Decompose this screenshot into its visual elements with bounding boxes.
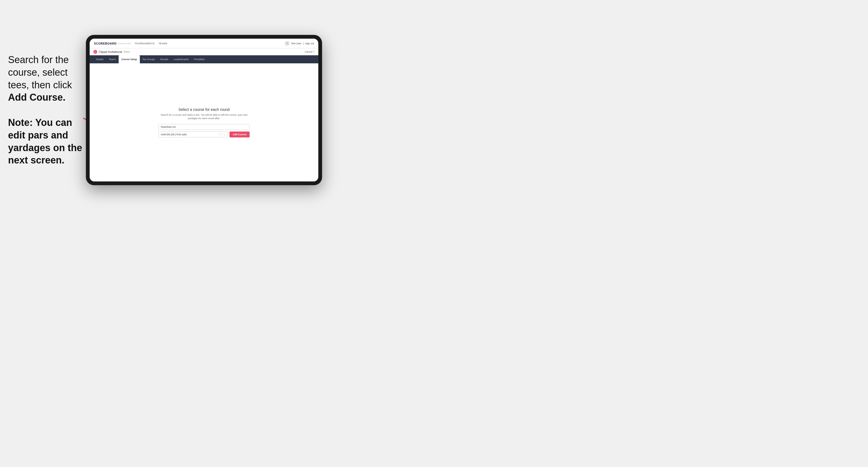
annotation-line1: Search for the — [8, 54, 69, 65]
tab-tee-groups[interactable]: Tee Groups — [140, 55, 158, 63]
tournament-name: Clippd Invitational — [99, 50, 122, 54]
annotation-note3: yardages on the — [8, 142, 82, 153]
nav-left: SCOREBOARD Powered by clippd TOURNAMENTS… — [94, 42, 167, 45]
tab-course-setup[interactable]: Course Setup — [119, 55, 140, 63]
cancel-label: Cancel — [305, 51, 312, 53]
tablet-frame: SCOREBOARD Powered by clippd TOURNAMENTS… — [86, 35, 322, 185]
tournament-logo: C — [93, 50, 97, 54]
tournament-sub: (Men) — [124, 51, 130, 53]
tee-select-value: Gold (M) (M) (7010 yds) — [161, 133, 187, 136]
annotation-line4: Add Course. — [8, 92, 65, 103]
tee-select-dropdown[interactable]: Gold (M) (M) (7010 yds) × ⌃⌄ — [158, 131, 228, 137]
tournament-title-area: C Clippd Invitational (Men) — [93, 50, 130, 54]
sign-out-link[interactable]: Sign out — [305, 42, 314, 45]
user-icon: T — [285, 41, 289, 46]
course-select-desc: Search for a course and select a tee. Yo… — [158, 113, 250, 120]
annotation-line2: course, select — [8, 67, 68, 78]
tee-select-row: Gold (M) (M) (7010 yds) × ⌃⌄ Add Course — [158, 131, 250, 137]
tablet-screen: SCOREBOARD Powered by clippd TOURNAMENTS… — [90, 39, 318, 181]
top-nav: SCOREBOARD Powered by clippd TOURNAMENTS… — [90, 39, 318, 48]
tab-teams[interactable]: Teams — [106, 55, 119, 63]
tee-arrows-icon: ⌃⌄ — [221, 133, 225, 136]
course-select-title: Select a course for each round — [158, 107, 250, 112]
nav-right: T Test User | Sign out — [285, 41, 314, 46]
main-content: Select a course for each round Search fo… — [90, 63, 318, 181]
logo-text: SCOREBOARD — [94, 42, 117, 45]
nav-links: TOURNAMENTS TEAMS — [134, 42, 167, 45]
user-icon-letter: T — [286, 42, 288, 44]
tournament-header: C Clippd Invitational (Men) Cancel × — [90, 48, 318, 55]
annotation-text: Search for the course, select tees, then… — [8, 54, 86, 167]
tee-select-controls: × ⌃⌄ — [219, 133, 225, 136]
separator: | — [303, 42, 304, 45]
tab-leaderboards[interactable]: Leaderboards — [171, 55, 191, 63]
cancel-icon: × — [313, 51, 315, 53]
user-label: Test User — [291, 42, 302, 45]
course-search-input[interactable] — [158, 124, 250, 130]
tab-bar: Details Teams Course Setup Tee Groups Re… — [90, 55, 318, 63]
annotation-note2: edit pars and — [8, 130, 68, 141]
nav-tournaments[interactable]: TOURNAMENTS — [134, 42, 155, 45]
annotation-note1: Note: You can — [8, 117, 72, 128]
annotation-note4: next screen. — [8, 155, 64, 165]
tab-results[interactable]: Results — [158, 55, 171, 63]
logo-sub: Powered by clippd — [118, 43, 131, 44]
tee-clear-icon[interactable]: × — [219, 133, 220, 136]
tab-printables[interactable]: Printables — [191, 55, 208, 63]
cancel-button[interactable]: Cancel × — [305, 51, 315, 53]
logo-area: SCOREBOARD Powered by clippd — [94, 42, 131, 45]
tab-details[interactable]: Details — [93, 55, 106, 63]
add-course-button[interactable]: Add Course — [229, 131, 250, 137]
annotation-line3: tees, then click — [8, 80, 72, 90]
nav-teams[interactable]: TEAMS — [158, 42, 167, 45]
course-select-section: Select a course for each round Search fo… — [158, 107, 250, 137]
